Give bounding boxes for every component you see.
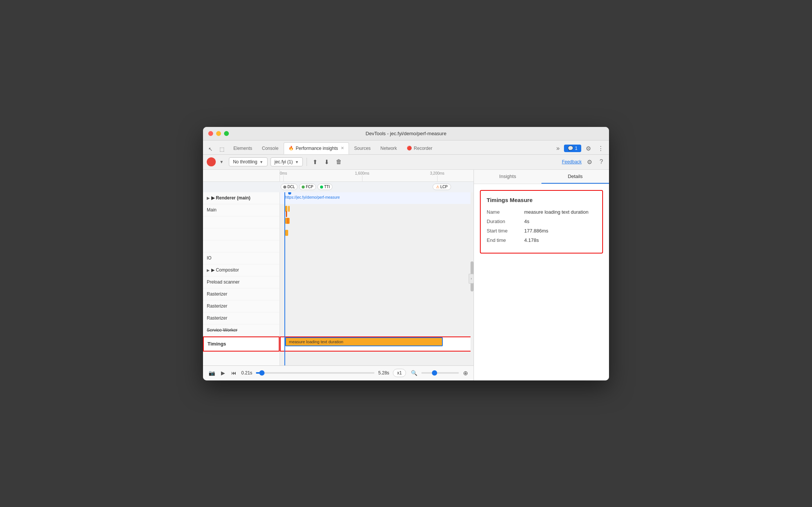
flame-tracks: https://jec.fyi/demo/perf-measure bbox=[280, 192, 474, 365]
settings-panel-icon[interactable]: ⚙ bbox=[585, 158, 594, 166]
end-time-value: 5.28s bbox=[378, 370, 389, 376]
url-text: https://jec.fyi/demo/perf-measure bbox=[285, 195, 340, 199]
row-label-timings: Timings bbox=[203, 336, 280, 352]
zoom-slider[interactable] bbox=[421, 372, 459, 374]
track-raster1 bbox=[280, 288, 474, 300]
zoom-in-icon[interactable]: ⊕ bbox=[462, 368, 469, 378]
record-dropdown-arrow[interactable]: ▼ bbox=[217, 159, 226, 165]
chat-icon: 💬 bbox=[568, 146, 573, 151]
content-area: 0ms 1,600ms 3,200ms 4,800ms bbox=[203, 170, 609, 380]
start-time-value: 0.21s bbox=[241, 370, 252, 376]
tab-insights[interactable]: Insights bbox=[474, 170, 541, 184]
timeline-header: 0ms 1,600ms 3,200ms 4,800ms bbox=[203, 170, 474, 182]
track-main-2 bbox=[280, 216, 474, 228]
slider-track[interactable] bbox=[256, 372, 374, 374]
dcl-marker[interactable]: DCL bbox=[281, 184, 298, 190]
settings-icon[interactable]: ⚙ bbox=[583, 144, 593, 153]
cursor-icon[interactable]: ↖ bbox=[206, 145, 215, 153]
flame-rows: ▶ ▶ Renderer (main) Main IO bbox=[203, 192, 474, 365]
tab-network[interactable]: Network bbox=[376, 142, 401, 154]
track-raster2 bbox=[280, 300, 474, 312]
download-icon[interactable]: ⬇ bbox=[322, 157, 331, 167]
tti-marker[interactable]: TTI bbox=[317, 184, 332, 190]
track-main-4 bbox=[280, 240, 474, 252]
track-raster3 bbox=[280, 312, 474, 324]
detail-row-endtime: End time 4.178s bbox=[487, 237, 596, 243]
zoom-thumb bbox=[432, 370, 437, 376]
track-timings: measure loading text duration bbox=[280, 336, 474, 352]
lcp-marker[interactable]: ⚠ LCP bbox=[433, 184, 451, 190]
help-icon[interactable]: ? bbox=[597, 158, 605, 166]
row-label-renderer: ▶ ▶ Renderer (main) bbox=[203, 192, 280, 204]
devtools-window: DevTools - jec.fyi/demo/perf-measure ↖ ⬚… bbox=[203, 127, 609, 380]
flame-panel: 0ms 1,600ms 3,200ms 4,800ms bbox=[203, 170, 474, 380]
rows-wrapper: ▶ ▶ Renderer (main) Main IO bbox=[203, 192, 474, 365]
speed-badge[interactable]: x1 bbox=[393, 369, 406, 377]
toolbar-right: Feedback ⚙ ? bbox=[562, 158, 605, 166]
labels-spacer bbox=[203, 170, 280, 181]
cursor-line bbox=[284, 192, 285, 365]
flame-bar-2[interactable] bbox=[288, 206, 290, 212]
maximize-button[interactable] bbox=[224, 131, 229, 136]
fcp-dot bbox=[302, 186, 305, 189]
record-button[interactable] bbox=[207, 157, 216, 166]
markers-area: DCL FCP TTI ⚠ LCP bbox=[280, 182, 474, 192]
row-label-blank3 bbox=[203, 240, 280, 252]
tab-performance-insights[interactable]: 🔥 Performance insights ✕ bbox=[284, 142, 349, 154]
fcp-marker[interactable]: FCP bbox=[299, 184, 316, 190]
tab-close-icon[interactable]: ✕ bbox=[341, 146, 344, 151]
site-dropdown[interactable]: jec.fyi (1) ▼ bbox=[271, 157, 303, 166]
row-label-preload: Preload scanner bbox=[203, 276, 280, 288]
playback-slider[interactable] bbox=[256, 372, 374, 374]
right-content: Timings Measure Name measure loading tex… bbox=[474, 184, 609, 380]
upload-icon[interactable]: ⬆ bbox=[311, 157, 319, 167]
zoom-out-icon[interactable]: 🔍 bbox=[410, 369, 418, 377]
tab-elements[interactable]: Elements bbox=[229, 142, 257, 154]
expand-compositor-icon[interactable]: ▶ bbox=[207, 268, 210, 272]
delete-icon[interactable]: 🗑 bbox=[334, 157, 344, 166]
flame-bar-5[interactable] bbox=[287, 218, 289, 224]
row-labels: ▶ ▶ Renderer (main) Main IO bbox=[203, 192, 280, 365]
throttling-dropdown[interactable]: No throttling ▼ bbox=[229, 157, 268, 166]
track-compositor bbox=[280, 264, 474, 276]
timeline-ruler: 0ms 1,600ms 3,200ms 4,800ms bbox=[280, 170, 474, 181]
chat-button[interactable]: 💬 1 bbox=[564, 145, 581, 152]
feedback-link[interactable]: Feedback bbox=[562, 159, 582, 164]
timings-bar[interactable]: measure loading text duration bbox=[285, 337, 443, 346]
track-main-3 bbox=[280, 228, 474, 240]
detail-title: Timings Measure bbox=[487, 197, 596, 203]
window-title: DevTools - jec.fyi/demo/perf-measure bbox=[365, 131, 446, 136]
play-button[interactable]: ▶ bbox=[220, 369, 226, 377]
detail-card: Timings Measure Name measure loading tex… bbox=[480, 190, 603, 253]
track-main-1 bbox=[280, 204, 474, 216]
close-button[interactable] bbox=[208, 131, 213, 136]
ruler-tick-3200ms: 3,200ms bbox=[430, 170, 444, 181]
flame-icon: 🔥 bbox=[289, 146, 294, 151]
expand-renderer-icon[interactable]: ▶ bbox=[207, 196, 210, 200]
flame-bar-6[interactable] bbox=[285, 230, 288, 236]
ruler-tick-1600ms: 1,600ms bbox=[355, 170, 369, 181]
window-controls bbox=[208, 131, 229, 136]
tab-recorder[interactable]: 🔴 Recorder bbox=[402, 142, 437, 154]
track-renderer: https://jec.fyi/demo/perf-measure bbox=[280, 192, 474, 204]
row-label-raster3: Rasterizer bbox=[203, 312, 280, 324]
row-label-raster1: Rasterizer bbox=[203, 288, 280, 300]
tab-details[interactable]: Details bbox=[541, 170, 609, 184]
row-label-service-worker: Service Worker bbox=[203, 324, 280, 336]
detail-row-starttime: Start time 177.886ms bbox=[487, 228, 596, 234]
throttling-arrow-icon: ▼ bbox=[260, 160, 263, 164]
more-options-icon[interactable]: ⋮ bbox=[595, 144, 606, 153]
inspector-icon[interactable]: ⬚ bbox=[217, 145, 227, 153]
lcp-warning-icon: ⚠ bbox=[436, 185, 439, 189]
tab-sources[interactable]: Sources bbox=[350, 142, 375, 154]
titlebar: DevTools - jec.fyi/demo/perf-measure bbox=[203, 127, 609, 140]
minimize-button[interactable] bbox=[216, 131, 221, 136]
right-panel: Insights Details Timings Measure Name me… bbox=[474, 170, 609, 380]
slider-thumb bbox=[259, 370, 265, 376]
collapse-arrow[interactable]: › bbox=[469, 274, 474, 284]
track-preload bbox=[280, 276, 474, 288]
skip-start-icon[interactable]: ⏮ bbox=[230, 369, 238, 377]
more-tabs-button[interactable]: » bbox=[554, 144, 562, 152]
tab-console[interactable]: Console bbox=[257, 142, 283, 154]
screenshot-icon[interactable]: 📷 bbox=[208, 369, 216, 377]
